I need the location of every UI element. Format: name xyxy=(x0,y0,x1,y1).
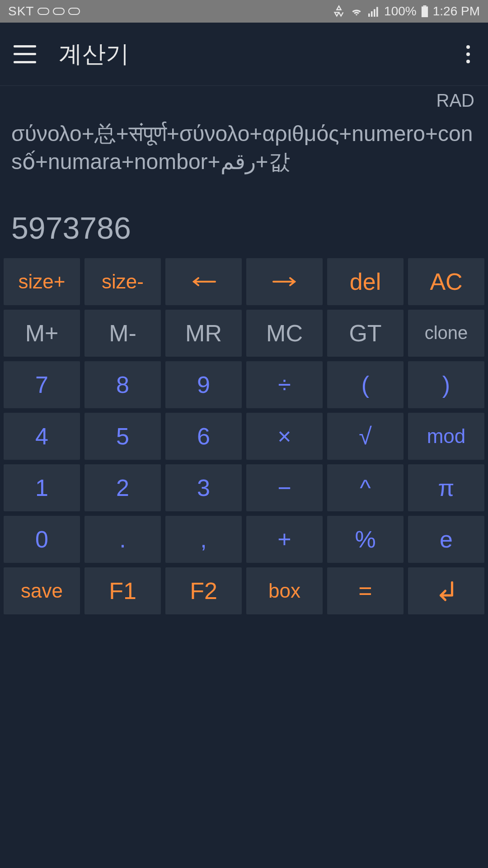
status-left: SKT xyxy=(8,4,80,19)
key-row-5: 1 2 3 − ^ π xyxy=(4,464,484,511)
digit-1-button[interactable]: 1 xyxy=(4,464,80,511)
more-options-icon[interactable] xyxy=(462,41,474,68)
save-button[interactable]: save xyxy=(4,567,80,614)
svg-rect-1 xyxy=(371,11,373,17)
svg-rect-0 xyxy=(368,14,370,17)
digit-0-button[interactable]: 0 xyxy=(4,516,80,563)
display-area: RAD σύνολο+总+संपूर्ण+σύνολο+αριθμός+nume… xyxy=(0,86,488,255)
memory-minus-button[interactable]: M- xyxy=(84,310,161,357)
notification-bubble-icon xyxy=(38,8,49,15)
all-clear-button[interactable]: AC xyxy=(408,258,484,305)
clone-button[interactable]: clone xyxy=(408,310,484,357)
key-row-3: 7 8 9 ÷ ( ) xyxy=(4,361,484,408)
divide-button[interactable]: ÷ xyxy=(246,361,323,408)
grand-total-button[interactable]: GT xyxy=(327,310,404,357)
size-minus-button[interactable]: size- xyxy=(84,258,161,305)
comma-button[interactable]: , xyxy=(165,516,242,563)
sqrt-button[interactable]: √ xyxy=(327,413,404,460)
digit-9-button[interactable]: 9 xyxy=(165,361,242,408)
battery-percent: 100% xyxy=(384,4,417,19)
expression-display[interactable]: σύνολο+总+संपूर्ण+σύνολο+αριθμός+numero+c… xyxy=(9,120,479,176)
recycle-icon xyxy=(333,5,345,18)
menu-icon[interactable] xyxy=(14,45,36,63)
digit-6-button[interactable]: 6 xyxy=(165,413,242,460)
plus-button[interactable]: + xyxy=(246,516,323,563)
memory-plus-button[interactable]: M+ xyxy=(4,310,80,357)
app-bar: 계산기 xyxy=(0,23,488,86)
cursor-left-button[interactable] xyxy=(165,258,242,305)
decimal-button[interactable]: . xyxy=(84,516,161,563)
key-row-7: save F1 F2 box = xyxy=(4,567,484,614)
digit-4-button[interactable]: 4 xyxy=(4,413,80,460)
delete-button[interactable]: del xyxy=(327,258,404,305)
app-title: 계산기 xyxy=(59,38,129,70)
minus-button[interactable]: − xyxy=(246,464,323,511)
key-row-6: 0 . , + % e xyxy=(4,516,484,563)
digit-8-button[interactable]: 8 xyxy=(84,361,161,408)
e-button[interactable]: e xyxy=(408,516,484,563)
mod-button[interactable]: mod xyxy=(408,413,484,460)
wifi-icon xyxy=(350,6,363,17)
digit-3-button[interactable]: 3 xyxy=(165,464,242,511)
f2-button[interactable]: F2 xyxy=(165,567,242,614)
multiply-button[interactable]: × xyxy=(246,413,323,460)
percent-button[interactable]: % xyxy=(327,516,404,563)
keypad: size+ size- del AC M+ M- MR MC GT clone … xyxy=(0,255,488,618)
notification-bubble-icon xyxy=(53,8,65,15)
key-row-2: M+ M- MR MC GT clone xyxy=(4,310,484,357)
memory-clear-button[interactable]: MC xyxy=(246,310,323,357)
status-right: 100% 1:26 PM xyxy=(333,4,480,19)
svg-rect-2 xyxy=(374,9,375,17)
clock-label: 1:26 PM xyxy=(433,4,480,19)
digit-2-button[interactable]: 2 xyxy=(84,464,161,511)
digit-7-button[interactable]: 7 xyxy=(4,361,80,408)
size-plus-button[interactable]: size+ xyxy=(4,258,80,305)
box-button[interactable]: box xyxy=(246,567,323,614)
pi-button[interactable]: π xyxy=(408,464,484,511)
carrier-label: SKT xyxy=(8,4,34,19)
svg-rect-3 xyxy=(376,7,378,17)
memory-recall-button[interactable]: MR xyxy=(165,310,242,357)
svg-rect-4 xyxy=(423,5,426,6)
status-bar: SKT 100% xyxy=(0,0,488,23)
cursor-right-button[interactable] xyxy=(246,258,323,305)
power-button[interactable]: ^ xyxy=(327,464,404,511)
f1-button[interactable]: F1 xyxy=(84,567,161,614)
equals-button[interactable]: = xyxy=(327,567,404,614)
key-row-4: 4 5 6 × √ mod xyxy=(4,413,484,460)
result-display: 5973786 xyxy=(9,210,479,245)
key-row-1: size+ size- del AC xyxy=(4,258,484,305)
battery-icon xyxy=(421,5,428,17)
svg-rect-5 xyxy=(422,6,428,17)
signal-icon xyxy=(368,6,380,17)
angle-mode-label: RAD xyxy=(9,90,479,120)
enter-button[interactable] xyxy=(408,567,484,614)
digit-5-button[interactable]: 5 xyxy=(84,413,161,460)
left-paren-button[interactable]: ( xyxy=(327,361,404,408)
right-paren-button[interactable]: ) xyxy=(408,361,484,408)
notification-bubble-icon xyxy=(68,8,80,15)
